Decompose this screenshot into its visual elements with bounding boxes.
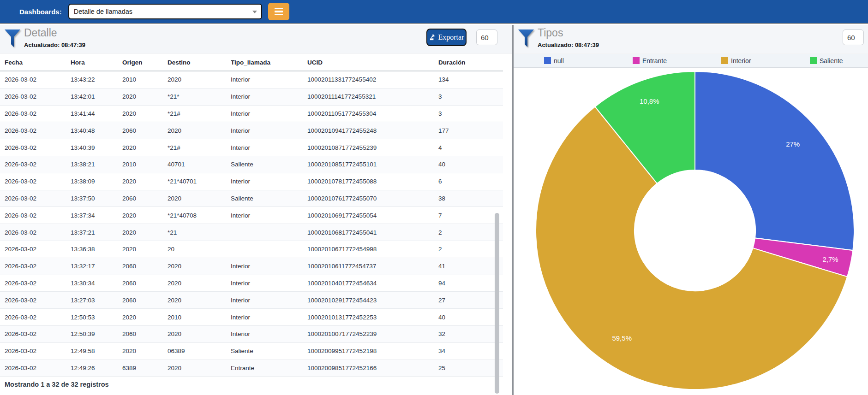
- refresh-interval-input[interactable]: [476, 29, 497, 45]
- donut-slice-null[interactable]: [695, 71, 854, 250]
- table-cell: 2020: [122, 212, 168, 219]
- column-header-tipo_llamada[interactable]: Tipo_llamada: [231, 59, 307, 66]
- table-cell: Interior: [231, 314, 307, 321]
- legend-item-Saliente[interactable]: Saliente: [779, 57, 868, 65]
- table-cell: 10002010851772455101: [307, 161, 438, 168]
- table-cell: Interior: [231, 280, 307, 287]
- export-icon: [429, 34, 436, 41]
- table-row[interactable]: 2026-03-0213:40:4820602020Interior100020…: [0, 122, 503, 139]
- table-cell: Saliente: [231, 195, 307, 202]
- table-cell: Interior: [231, 297, 307, 304]
- table-cell: 2010: [122, 161, 168, 168]
- table-cell: 2026-03-02: [5, 195, 71, 202]
- table-cell: 10002009951772452198: [307, 348, 438, 354]
- column-header-ucid[interactable]: UCID: [307, 59, 438, 66]
- table-cell: 10002010131772452253: [307, 314, 438, 321]
- table-cell: 2026-03-02: [5, 246, 71, 253]
- table-row[interactable]: 2026-03-0213:43:2220102020Interior100020…: [0, 71, 503, 88]
- column-header-hora[interactable]: Hora: [71, 59, 122, 66]
- table-row[interactable]: 2026-03-0213:41:442020*21#Interior100020…: [0, 106, 503, 123]
- dashboards-label: Dashboards:: [19, 8, 62, 16]
- legend-swatch: [633, 57, 640, 64]
- tipos-panel: Tipos Actualizado: 08:47:39 nullEntrante…: [514, 25, 868, 395]
- table-cell: 13:37:34: [71, 212, 122, 219]
- legend-item-Interior[interactable]: Interior: [691, 57, 779, 65]
- legend-label: Saliente: [820, 57, 843, 65]
- table-cell: 2020: [168, 195, 231, 202]
- table-cell: 2060: [122, 297, 168, 304]
- table-cell: 2020: [122, 110, 168, 117]
- table-cell: 13:41:44: [71, 110, 122, 117]
- donut-chart[interactable]: 27%2,7%59,5%10,8%: [514, 68, 868, 395]
- table-cell: 40: [438, 161, 503, 168]
- table-cell: 2: [438, 246, 503, 253]
- export-button[interactable]: Exportar: [426, 29, 467, 46]
- legend-label: Interior: [731, 57, 751, 65]
- table-cell: Interior: [231, 110, 307, 117]
- table-header-row: FechaHoraOrigenDestinoTipo_llamadaUCIDDu…: [0, 54, 503, 71]
- table-cell: 12:50:39: [71, 330, 122, 337]
- table-cell: 34: [438, 348, 503, 354]
- table-cell: 2020: [168, 76, 231, 83]
- dashboard-select[interactable]: Detalle de llamadas: [68, 4, 262, 19]
- table-cell: 2060: [122, 280, 168, 287]
- table-cell: 13:30:34: [71, 280, 122, 287]
- table-cell: Saliente: [231, 348, 307, 354]
- table-cell: Saliente: [231, 161, 307, 168]
- table-row[interactable]: 2026-03-0213:37:5020602020Saliente100020…: [0, 190, 503, 207]
- table-cell: 20: [168, 246, 231, 253]
- table-cell: 13:40:39: [71, 144, 122, 151]
- legend-item-Entrante[interactable]: Entrante: [602, 57, 691, 65]
- table-cell: 2010: [122, 76, 168, 83]
- table-row[interactable]: 2026-03-0213:38:092020*21*40701Interior1…: [0, 173, 503, 190]
- table-scrollbar[interactable]: [495, 213, 499, 394]
- table-row[interactable]: 2026-03-0213:30:3420602020Interior100020…: [0, 275, 503, 292]
- table-cell: 10002010671772454998: [307, 246, 438, 253]
- table-row[interactable]: 2026-03-0213:27:0320602020Interior100020…: [0, 292, 503, 309]
- table-cell: 2020: [168, 280, 231, 287]
- table-cell: 10002010941772455248: [307, 127, 438, 134]
- table-row[interactable]: 2026-03-0213:38:21201040701Saliente10002…: [0, 156, 503, 173]
- slice-percentage-label: 2,7%: [822, 255, 838, 263]
- table-cell: 6389: [122, 365, 168, 371]
- menu-button[interactable]: [268, 3, 289, 20]
- table-cell: 2020: [168, 365, 231, 371]
- chart-legend: nullEntranteInteriorSaliente: [514, 54, 868, 68]
- table-cell: 13:36:38: [71, 246, 122, 253]
- legend-swatch: [810, 57, 817, 64]
- detalle-panel: Detalle Actualizado: 08:47:39 Exportar F…: [0, 25, 512, 395]
- table-row[interactable]: 2026-03-0213:40:392020*21#Interior100020…: [0, 139, 503, 156]
- refresh-interval-input[interactable]: [843, 29, 864, 45]
- slice-percentage-label: 27%: [786, 140, 800, 148]
- filter-icon[interactable]: [518, 28, 534, 50]
- table-row[interactable]: 2026-03-0212:49:2663892020Entrante100020…: [0, 360, 503, 377]
- legend-item-null[interactable]: null: [514, 57, 602, 65]
- table-cell: 2026-03-02: [5, 161, 71, 168]
- table-row[interactable]: 2026-03-0212:50:5320202010Interior100020…: [0, 309, 503, 326]
- table-row[interactable]: 2026-03-0213:36:382020201000201067177245…: [0, 241, 503, 258]
- legend-swatch: [721, 57, 728, 64]
- table-cell: *21#: [168, 110, 231, 117]
- column-header-fecha[interactable]: Fecha: [5, 59, 71, 66]
- table-cell: Interior: [231, 330, 307, 337]
- column-header-duración[interactable]: Duración: [438, 59, 503, 66]
- filter-icon[interactable]: [4, 28, 21, 50]
- table-cell: 2026-03-02: [5, 280, 71, 287]
- table-cell: 10002010401772454634: [307, 280, 438, 287]
- table-cell: Interior: [231, 144, 307, 151]
- table-row[interactable]: 2026-03-0212:50:3920602020Interior100020…: [0, 326, 503, 343]
- panel-title: Detalle: [24, 27, 57, 39]
- table-row[interactable]: 2026-03-0212:49:58202006389Saliente10002…: [0, 343, 503, 360]
- table-row[interactable]: 2026-03-0213:37:212020*21100020106817724…: [0, 224, 503, 241]
- table-cell: 177: [438, 127, 503, 134]
- table-cell: 2026-03-02: [5, 110, 71, 117]
- table-cell: 25: [438, 365, 503, 371]
- table-row[interactable]: 2026-03-0213:32:1720602020Interior100020…: [0, 258, 503, 275]
- slice-percentage-label: 10,8%: [640, 97, 659, 105]
- table-cell: 13:42:01: [71, 93, 122, 100]
- column-header-origen[interactable]: Origen: [122, 59, 168, 66]
- table-cell: 2020: [168, 297, 231, 304]
- table-row[interactable]: 2026-03-0213:37:342020*21*40708Interior1…: [0, 207, 503, 224]
- column-header-destino[interactable]: Destino: [168, 59, 231, 66]
- table-row[interactable]: 2026-03-0213:42:012020*21*Interior100020…: [0, 88, 503, 106]
